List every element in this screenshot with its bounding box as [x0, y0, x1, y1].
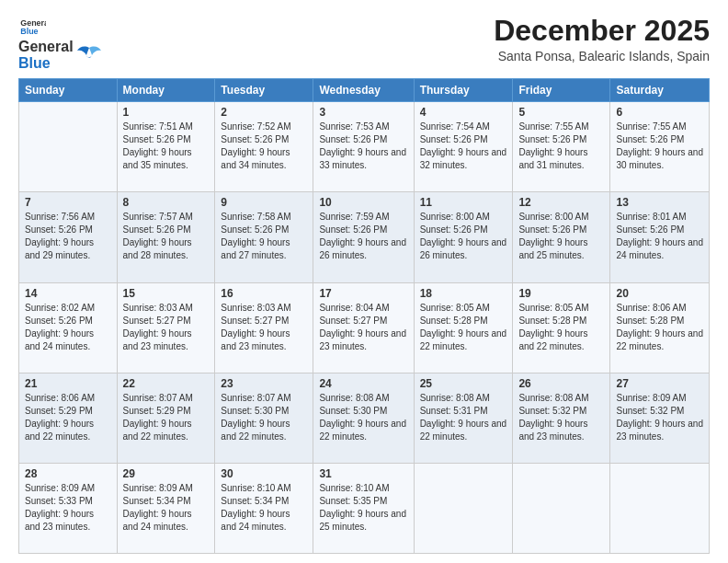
day-number: 21	[25, 377, 111, 390]
day-number: 30	[221, 467, 307, 480]
logo-blue: Blue	[18, 55, 74, 72]
day-number: 22	[123, 377, 210, 390]
day-number: 17	[319, 287, 407, 300]
day-cell: 5 Sunrise: 7:55 AMSunset: 5:26 PMDayligh…	[513, 102, 610, 192]
day-info: Sunrise: 8:00 AMSunset: 5:26 PMDaylight:…	[518, 211, 604, 262]
day-cell	[19, 102, 118, 192]
day-cell: 30 Sunrise: 8:10 AMSunset: 5:34 PMDaylig…	[215, 463, 313, 553]
logo-bird-icon: General Blue	[20, 15, 46, 35]
day-info: Sunrise: 7:54 AMSunset: 5:26 PMDaylight:…	[420, 121, 507, 172]
day-cell: 9 Sunrise: 7:58 AMSunset: 5:26 PMDayligh…	[215, 192, 313, 282]
day-number: 7	[25, 196, 111, 209]
day-info: Sunrise: 7:57 AMSunset: 5:26 PMDaylight:…	[123, 211, 210, 262]
day-info: Sunrise: 7:53 AMSunset: 5:26 PMDaylight:…	[319, 121, 407, 172]
day-number: 3	[319, 106, 407, 119]
days-header-row: SundayMondayTuesdayWednesdayThursdayFrid…	[19, 79, 710, 102]
month-title: December 2025	[494, 15, 710, 47]
day-info: Sunrise: 8:09 AMSunset: 5:34 PMDaylight:…	[123, 482, 210, 534]
day-info: Sunrise: 8:08 AMSunset: 5:30 PMDaylight:…	[319, 392, 407, 443]
day-number: 27	[616, 377, 703, 390]
week-row-2: 7 Sunrise: 7:56 AMSunset: 5:26 PMDayligh…	[19, 192, 710, 282]
day-cell: 7 Sunrise: 7:56 AMSunset: 5:26 PMDayligh…	[19, 192, 118, 282]
day-cell: 29 Sunrise: 8:09 AMSunset: 5:34 PMDaylig…	[117, 463, 215, 553]
logo-general: General	[18, 39, 74, 55]
day-info: Sunrise: 8:03 AMSunset: 5:27 PMDaylight:…	[123, 302, 210, 353]
day-number: 14	[25, 287, 111, 300]
day-number: 26	[518, 377, 604, 390]
logo: General Blue General Blue	[18, 15, 103, 71]
svg-text:Blue: Blue	[20, 27, 38, 35]
day-info: Sunrise: 8:04 AMSunset: 5:27 PMDaylight:…	[319, 302, 407, 353]
day-header-monday: Monday	[117, 79, 215, 102]
day-info: Sunrise: 8:00 AMSunset: 5:26 PMDaylight:…	[420, 211, 507, 262]
day-info: Sunrise: 7:55 AMSunset: 5:26 PMDaylight:…	[616, 121, 703, 172]
day-cell: 6 Sunrise: 7:55 AMSunset: 5:26 PMDayligh…	[610, 102, 710, 192]
day-cell: 24 Sunrise: 8:08 AMSunset: 5:30 PMDaylig…	[313, 373, 414, 463]
day-number: 18	[420, 287, 507, 300]
day-header-saturday: Saturday	[610, 79, 710, 102]
day-number: 9	[221, 196, 307, 209]
day-cell: 23 Sunrise: 8:07 AMSunset: 5:30 PMDaylig…	[215, 373, 313, 463]
day-cell: 14 Sunrise: 8:02 AMSunset: 5:26 PMDaylig…	[19, 282, 118, 373]
day-info: Sunrise: 8:01 AMSunset: 5:26 PMDaylight:…	[616, 211, 703, 262]
day-header-wednesday: Wednesday	[313, 79, 414, 102]
day-header-tuesday: Tuesday	[215, 79, 313, 102]
day-cell: 1 Sunrise: 7:51 AMSunset: 5:26 PMDayligh…	[117, 102, 215, 192]
calendar-table: SundayMondayTuesdayWednesdayThursdayFrid…	[18, 78, 710, 554]
day-info: Sunrise: 7:58 AMSunset: 5:26 PMDaylight:…	[221, 211, 307, 262]
day-number: 25	[420, 377, 507, 390]
day-cell: 16 Sunrise: 8:03 AMSunset: 5:27 PMDaylig…	[215, 282, 313, 373]
day-number: 28	[25, 467, 111, 480]
day-number: 15	[123, 287, 210, 300]
day-number: 6	[616, 106, 703, 119]
day-cell	[513, 463, 610, 553]
day-cell	[414, 463, 513, 553]
day-info: Sunrise: 8:07 AMSunset: 5:29 PMDaylight:…	[123, 392, 210, 443]
day-cell: 10 Sunrise: 7:59 AMSunset: 5:26 PMDaylig…	[313, 192, 414, 282]
logo-area: General Blue General Blue	[18, 15, 103, 71]
day-info: Sunrise: 7:51 AMSunset: 5:26 PMDaylight:…	[123, 121, 210, 172]
day-cell	[610, 463, 710, 553]
day-cell: 26 Sunrise: 8:08 AMSunset: 5:32 PMDaylig…	[513, 373, 610, 463]
calendar-page: General Blue General Blue	[0, 0, 728, 563]
day-number: 8	[123, 196, 210, 209]
day-info: Sunrise: 8:05 AMSunset: 5:28 PMDaylight:…	[518, 302, 604, 353]
day-info: Sunrise: 8:03 AMSunset: 5:27 PMDaylight:…	[221, 302, 307, 353]
day-header-thursday: Thursday	[414, 79, 513, 102]
day-info: Sunrise: 8:06 AMSunset: 5:29 PMDaylight:…	[25, 392, 111, 443]
day-number: 13	[616, 196, 703, 209]
day-number: 23	[221, 377, 307, 390]
day-info: Sunrise: 8:02 AMSunset: 5:26 PMDaylight:…	[25, 302, 111, 353]
day-cell: 20 Sunrise: 8:06 AMSunset: 5:28 PMDaylig…	[610, 282, 710, 373]
day-cell: 15 Sunrise: 8:03 AMSunset: 5:27 PMDaylig…	[117, 282, 215, 373]
day-cell: 21 Sunrise: 8:06 AMSunset: 5:29 PMDaylig…	[19, 373, 118, 463]
day-cell: 31 Sunrise: 8:10 AMSunset: 5:35 PMDaylig…	[313, 463, 414, 553]
day-cell: 22 Sunrise: 8:07 AMSunset: 5:29 PMDaylig…	[117, 373, 215, 463]
day-number: 1	[123, 106, 210, 119]
logo-bird-icon	[75, 43, 103, 67]
day-header-friday: Friday	[513, 79, 610, 102]
day-number: 5	[518, 106, 604, 119]
day-info: Sunrise: 8:09 AMSunset: 5:33 PMDaylight:…	[25, 482, 111, 534]
day-info: Sunrise: 7:55 AMSunset: 5:26 PMDaylight:…	[518, 121, 604, 172]
day-cell: 19 Sunrise: 8:05 AMSunset: 5:28 PMDaylig…	[513, 282, 610, 373]
day-info: Sunrise: 8:10 AMSunset: 5:34 PMDaylight:…	[221, 482, 307, 534]
day-cell: 8 Sunrise: 7:57 AMSunset: 5:26 PMDayligh…	[117, 192, 215, 282]
day-info: Sunrise: 8:08 AMSunset: 5:31 PMDaylight:…	[420, 392, 507, 443]
day-info: Sunrise: 8:06 AMSunset: 5:28 PMDaylight:…	[616, 302, 703, 353]
day-info: Sunrise: 7:56 AMSunset: 5:26 PMDaylight:…	[25, 211, 111, 262]
week-row-3: 14 Sunrise: 8:02 AMSunset: 5:26 PMDaylig…	[19, 282, 710, 373]
day-cell: 3 Sunrise: 7:53 AMSunset: 5:26 PMDayligh…	[313, 102, 414, 192]
day-number: 20	[616, 287, 703, 300]
day-info: Sunrise: 8:08 AMSunset: 5:32 PMDaylight:…	[518, 392, 604, 443]
day-cell: 2 Sunrise: 7:52 AMSunset: 5:26 PMDayligh…	[215, 102, 313, 192]
day-cell: 17 Sunrise: 8:04 AMSunset: 5:27 PMDaylig…	[313, 282, 414, 373]
day-info: Sunrise: 8:09 AMSunset: 5:32 PMDaylight:…	[616, 392, 703, 443]
day-cell: 12 Sunrise: 8:00 AMSunset: 5:26 PMDaylig…	[513, 192, 610, 282]
day-number: 2	[221, 106, 307, 119]
day-number: 4	[420, 106, 507, 119]
day-cell: 27 Sunrise: 8:09 AMSunset: 5:32 PMDaylig…	[610, 373, 710, 463]
day-cell: 25 Sunrise: 8:08 AMSunset: 5:31 PMDaylig…	[414, 373, 513, 463]
day-cell: 13 Sunrise: 8:01 AMSunset: 5:26 PMDaylig…	[610, 192, 710, 282]
day-cell: 28 Sunrise: 8:09 AMSunset: 5:33 PMDaylig…	[19, 463, 118, 553]
